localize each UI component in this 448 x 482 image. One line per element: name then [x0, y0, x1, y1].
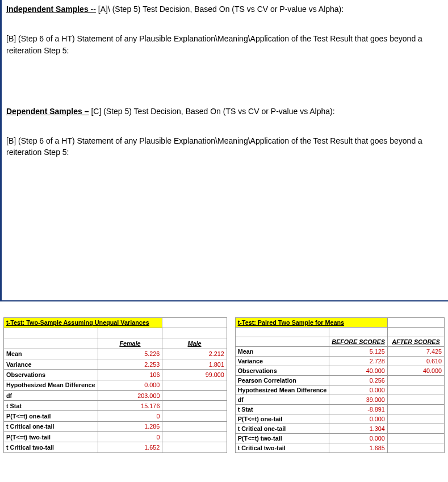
cell-value: 0	[98, 411, 162, 421]
table-row: Female Male	[4, 338, 227, 349]
cell-value: 0	[98, 432, 162, 442]
independent-line: Independent Samples -- [A]\ (Step 5) Tes…	[6, 3, 442, 15]
cell-value: 2.728	[329, 356, 388, 366]
table-row: Observations10699.000	[4, 370, 227, 380]
table-row: P(T<=t) two-tail0	[4, 432, 227, 442]
col-header-female: Female	[98, 338, 162, 349]
col-header-before: BEFORE SCORES	[329, 337, 388, 346]
table-row: Variance2.2531.801	[4, 359, 227, 369]
empty-cell	[4, 338, 98, 349]
row-label: P(T<=t) one-tail	[235, 414, 329, 424]
table-row: Hypothesized Mean Difference0.000	[4, 380, 227, 390]
cell-value: 40.000	[329, 366, 388, 375]
row-label: t Critical one-tail	[4, 421, 98, 431]
table-row: Observations40.00040.000	[235, 366, 444, 375]
t-test-unequal-variances-table: t-Test: Two-Sample Assuming Unequal Vari…	[3, 317, 227, 453]
table-row: t Critical one-tail1.304	[235, 424, 444, 433]
empty-cell	[162, 401, 227, 411]
cell-value: 0.610	[387, 356, 444, 366]
table-row: BEFORE SCORES AFTER SCORES	[235, 337, 444, 346]
table-row: t-Test: Paired Two Sample for Means	[235, 317, 444, 327]
table-title: t-Test: Two-Sample Assuming Unequal Vari…	[4, 317, 162, 328]
cell-value: 0.000	[329, 414, 388, 424]
row-label: t Critical one-tail	[235, 424, 329, 433]
table-row: Variance2.7280.610	[235, 356, 444, 366]
row-label: P(T<=t) two-tail	[235, 433, 329, 443]
row-label: Mean	[235, 346, 329, 356]
dependent-heading: Dependent Samples –	[6, 107, 89, 116]
empty-cell	[162, 380, 227, 390]
empty-cell	[387, 443, 444, 452]
row-label: P(T<=t) two-tail	[4, 432, 98, 442]
row-label: df	[235, 395, 329, 404]
empty-cell	[235, 337, 329, 346]
table-row: P(T<=t) two-tail0.000	[235, 433, 444, 443]
table-row: Pearson Correlation0.256	[235, 375, 444, 385]
empty-cell	[387, 385, 444, 395]
cell-value: 0.000	[98, 380, 162, 390]
row-label: Observations	[4, 370, 98, 380]
cell-value: 0.000	[329, 433, 388, 443]
cell-value: 106	[98, 370, 162, 380]
row-label: t Stat	[235, 404, 329, 414]
cell-value: 5.226	[98, 349, 162, 359]
row-label: Observations	[235, 366, 329, 375]
empty-cell	[387, 404, 444, 414]
empty-cell	[387, 317, 444, 327]
empty-cell	[162, 411, 227, 421]
table-row: df39.000	[235, 395, 444, 404]
row-label: Pearson Correlation	[235, 375, 329, 385]
empty-cell	[162, 390, 227, 400]
table-row: P(T<=t) one-tail0	[4, 411, 227, 421]
table-row: t Critical two-tail1.652	[4, 442, 227, 452]
cell-value: 1.304	[329, 424, 388, 433]
b-text-2: [B] (Step 6 of a HT) Statement of any Pl…	[6, 135, 442, 158]
cell-value: 7.425	[387, 346, 444, 356]
table-title: t-Test: Paired Two Sample for Means	[235, 317, 387, 327]
tables-row: t-Test: Two-Sample Assuming Unequal Vari…	[0, 317, 448, 453]
cell-value: 40.000	[387, 366, 444, 375]
spacer	[6, 74, 442, 106]
col-header-after: AFTER SCORES	[387, 337, 444, 346]
cell-value: 5.125	[329, 346, 388, 356]
row-label: Hypothesized Mean Difference	[4, 380, 98, 390]
col-header-male: Male	[162, 338, 227, 349]
table-row: t Stat15.176	[4, 401, 227, 411]
cell-value: 1.286	[98, 421, 162, 431]
independent-a-text: [A]\ (Step 5) Test Decision, Based On (T…	[96, 5, 344, 14]
question-body: Independent Samples -- [A]\ (Step 5) Tes…	[0, 0, 448, 301]
empty-cell	[162, 432, 227, 442]
cell-value: 203.000	[98, 390, 162, 400]
table-row: t Critical two-tail1.685	[235, 443, 444, 452]
table-row: t Critical one-tail1.286	[4, 421, 227, 431]
row-label: t Critical two-tail	[4, 442, 98, 452]
cell-value: 1.801	[162, 359, 227, 369]
row-label: Hypothesized Mean Difference	[235, 385, 329, 395]
independent-heading: Independent Samples --	[6, 5, 96, 14]
table-row: Mean5.2262.212	[4, 349, 227, 359]
cell-value: 1.652	[98, 442, 162, 452]
cell-value: 39.000	[329, 395, 388, 404]
empty-cell	[387, 395, 444, 404]
row-label: df	[4, 390, 98, 400]
table-row: t-Test: Two-Sample Assuming Unequal Vari…	[4, 317, 227, 328]
table-row: Hypothesized Mean Difference0.000	[235, 385, 444, 395]
dependent-line: Dependent Samples – [C] (Step 5) Test De…	[6, 106, 442, 117]
empty-cell	[387, 433, 444, 443]
empty-cell	[162, 442, 227, 452]
cell-value: 99.000	[162, 370, 227, 380]
row-label: t Critical two-tail	[235, 443, 329, 452]
table-row: t Stat-8.891	[235, 404, 444, 414]
empty-cell	[162, 317, 227, 328]
cell-value: 2.253	[98, 359, 162, 369]
empty-cell	[387, 375, 444, 385]
empty-cell	[387, 414, 444, 424]
table-row	[4, 328, 227, 338]
row-label: Variance	[4, 359, 98, 369]
empty-cell	[387, 424, 444, 433]
empty-cell	[162, 421, 227, 431]
table-row: df203.000	[4, 390, 227, 400]
cell-value: 15.176	[98, 401, 162, 411]
table-row: P(T<=t) one-tail0.000	[235, 414, 444, 424]
row-label: t Stat	[4, 401, 98, 411]
